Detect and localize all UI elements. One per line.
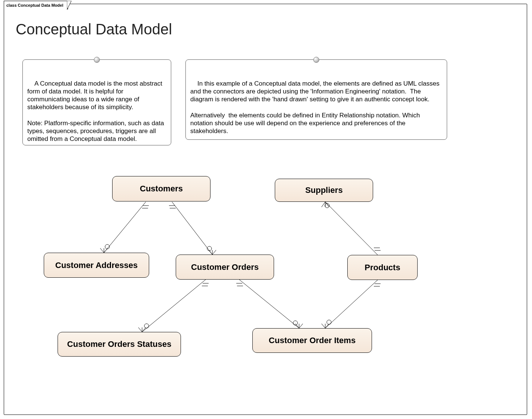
entity-products[interactable]: Products: [347, 255, 418, 280]
note-right: In this example of a Conceptual data mod…: [185, 59, 447, 140]
entity-label: Products: [365, 263, 400, 272]
entity-customer-orders[interactable]: Customer Orders: [176, 255, 274, 280]
diagram-title: Conceptual Data Model: [16, 21, 172, 38]
tab-corner-icon: [67, 1, 71, 10]
pushpin-icon: [313, 57, 319, 63]
entity-label: Customer Orders: [191, 262, 259, 272]
entity-label: Suppliers: [305, 185, 342, 195]
entity-suppliers[interactable]: Suppliers: [275, 179, 373, 202]
note-left-text: A Conceptual data model is the most abst…: [27, 80, 166, 143]
note-left: A Conceptual data model is the most abst…: [22, 59, 171, 145]
entity-customer-orders-statuses[interactable]: Customer Orders Statuses: [58, 332, 181, 357]
entity-customer-addresses[interactable]: Customer Addresses: [44, 253, 149, 278]
entity-label: Customer Order Items: [269, 336, 356, 345]
entity-label: Customer Addresses: [55, 261, 138, 270]
pushpin-icon: [94, 57, 100, 63]
entity-label: Customers: [140, 184, 183, 194]
entity-customers[interactable]: Customers: [112, 176, 210, 201]
entity-label: Customer Orders Statuses: [67, 339, 172, 349]
diagram-tab-label: class Conceptual Data Model: [6, 3, 63, 7]
diagram-frame: class Conceptual Data Model Conceptual D…: [0, 0, 532, 419]
diagram-tab: class Conceptual Data Model: [4, 1, 68, 9]
note-right-text: In this example of a Conceptual data mod…: [190, 80, 441, 135]
entity-customer-order-items[interactable]: Customer Order Items: [252, 328, 372, 353]
